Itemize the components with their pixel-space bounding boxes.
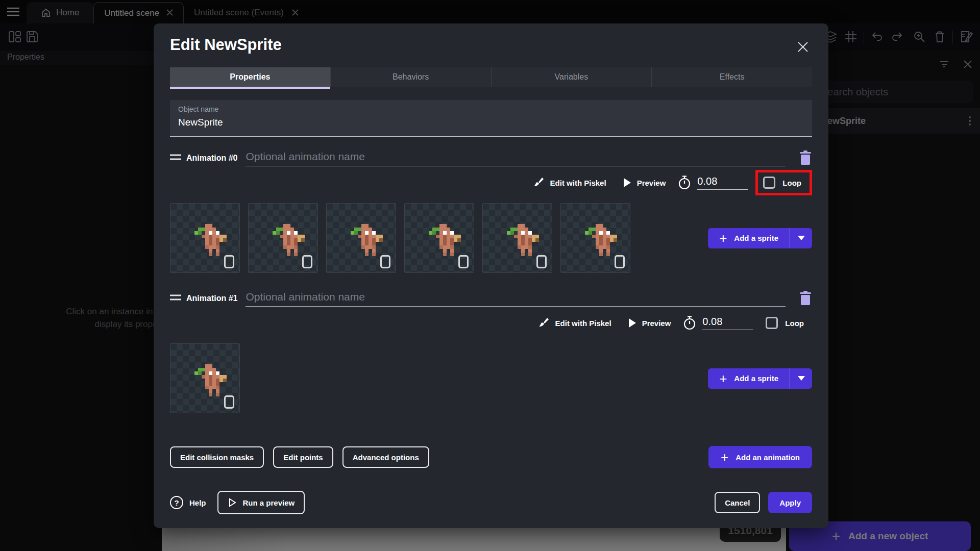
preview-label: Preview bbox=[637, 179, 666, 187]
cancel-button[interactable]: Cancel bbox=[715, 492, 760, 513]
tab-behaviors[interactable]: Behaviors bbox=[331, 67, 492, 87]
sprite-frame-thumbnail[interactable] bbox=[248, 203, 318, 273]
object-name-field[interactable]: Object name NewSprite bbox=[170, 100, 812, 137]
trash-icon bbox=[799, 151, 812, 166]
animation-0-header: Animation #0 bbox=[170, 147, 812, 169]
add-sprite-dropdown-button[interactable] bbox=[790, 228, 812, 248]
chevron-down-icon bbox=[798, 376, 805, 381]
advanced-options-button[interactable]: Advanced options bbox=[342, 446, 429, 468]
help-label: Help bbox=[189, 498, 206, 507]
time-between-frames-field bbox=[683, 316, 753, 330]
stopwatch-icon bbox=[683, 316, 696, 330]
edit-collision-masks-button[interactable]: Edit collision masks bbox=[170, 446, 264, 468]
add-sprite-button[interactable]: + Add a sprite bbox=[708, 368, 812, 389]
edit-points-button[interactable]: Edit points bbox=[273, 446, 333, 468]
add-animation-label: Add an animation bbox=[736, 453, 800, 462]
frame-select-checkbox[interactable] bbox=[458, 255, 469, 268]
sprite-image bbox=[191, 364, 194, 368]
edit-with-piskel-label: Edit with Piskel bbox=[555, 319, 611, 328]
dialog-secondary-actions: Edit collision masks Edit points Advance… bbox=[170, 446, 812, 468]
chevron-down-icon bbox=[798, 236, 805, 240]
sprite-frame-thumbnail[interactable] bbox=[170, 203, 240, 273]
sprite-frame-thumbnail[interactable] bbox=[482, 203, 552, 273]
play-icon bbox=[629, 318, 636, 328]
preview-button[interactable]: Preview bbox=[624, 318, 676, 328]
loop-checkbox[interactable] bbox=[763, 177, 775, 189]
delete-animation-0-button[interactable] bbox=[799, 151, 812, 166]
animation-0-frames-row: + Add a sprite bbox=[170, 203, 812, 273]
loop-option-highlighted: Loop bbox=[755, 170, 812, 195]
tab-variables[interactable]: Variables bbox=[492, 67, 652, 87]
animation-0-label: Animation #0 bbox=[186, 154, 237, 163]
animation-1-controls: Edit with Piskel Preview Loop bbox=[170, 310, 812, 336]
drag-handle-icon[interactable] bbox=[170, 154, 182, 163]
dialog-footer: ? Help Run a preview Cancel Apply bbox=[170, 491, 812, 514]
preview-button[interactable]: Preview bbox=[619, 178, 671, 187]
dialog-title: Edit NewSprite bbox=[170, 36, 812, 54]
animation-1-name-input[interactable] bbox=[246, 291, 786, 307]
animation-1-label: Animation #1 bbox=[186, 294, 237, 303]
tab-properties[interactable]: Properties bbox=[170, 67, 331, 87]
tab-effects[interactable]: Effects bbox=[652, 67, 812, 87]
add-sprite-label: Add a sprite bbox=[734, 374, 778, 383]
sprite-frame-thumbnail[interactable] bbox=[326, 203, 396, 273]
close-icon bbox=[796, 40, 810, 54]
animation-1-frames-row: + Add a sprite bbox=[170, 343, 812, 413]
frame-select-checkbox[interactable] bbox=[224, 255, 234, 268]
time-between-frames-field bbox=[678, 176, 748, 190]
plus-icon: + bbox=[721, 450, 728, 464]
object-name-value: NewSprite bbox=[178, 117, 804, 128]
close-dialog-button[interactable] bbox=[796, 40, 810, 54]
brush-icon bbox=[537, 317, 549, 329]
loop-label: Loop bbox=[785, 319, 804, 328]
sprite-image bbox=[347, 224, 351, 228]
frame-select-checkbox[interactable] bbox=[224, 395, 234, 409]
animation-0-controls: Edit with Piskel Preview Loop bbox=[170, 169, 812, 196]
brush-icon bbox=[532, 177, 544, 189]
trash-icon bbox=[799, 291, 812, 306]
play-outline-icon bbox=[228, 498, 237, 507]
edit-with-piskel-label: Edit with Piskel bbox=[550, 179, 606, 187]
delete-animation-1-button[interactable] bbox=[799, 291, 812, 306]
edit-sprite-dialog: Edit NewSprite Properties Behaviors Vari… bbox=[154, 23, 828, 528]
animation-0-name-input[interactable] bbox=[246, 151, 786, 166]
sprite-frame-thumbnail[interactable] bbox=[560, 203, 630, 273]
run-preview-button[interactable]: Run a preview bbox=[217, 491, 305, 514]
plus-icon: + bbox=[719, 232, 727, 245]
loop-checkbox[interactable] bbox=[766, 317, 778, 329]
plus-icon: + bbox=[719, 372, 727, 385]
sprite-frame-thumbnail[interactable] bbox=[404, 203, 474, 273]
sprite-image bbox=[191, 224, 194, 228]
sprite-frame-thumbnail[interactable] bbox=[170, 343, 240, 413]
frame-select-checkbox[interactable] bbox=[536, 255, 547, 268]
time-between-frames-input[interactable] bbox=[697, 176, 748, 190]
time-between-frames-input[interactable] bbox=[702, 316, 753, 330]
sprite-image bbox=[269, 224, 273, 228]
frame-list bbox=[170, 203, 630, 273]
edit-with-piskel-button[interactable]: Edit with Piskel bbox=[532, 317, 617, 329]
edit-with-piskel-button[interactable]: Edit with Piskel bbox=[527, 177, 611, 189]
sprite-image bbox=[581, 224, 585, 228]
frame-list bbox=[170, 343, 240, 413]
add-sprite-button[interactable]: + Add a sprite bbox=[708, 228, 812, 248]
frame-select-checkbox[interactable] bbox=[380, 255, 390, 268]
help-icon: ? bbox=[170, 496, 183, 509]
drag-handle-icon[interactable] bbox=[170, 294, 182, 303]
sprite-image bbox=[503, 224, 507, 228]
preview-label: Preview bbox=[642, 319, 671, 328]
play-icon bbox=[624, 178, 631, 187]
loop-option: Loop bbox=[761, 313, 812, 333]
add-sprite-label: Add a sprite bbox=[734, 234, 778, 242]
help-button[interactable]: ? Help bbox=[170, 496, 206, 509]
apply-button[interactable]: Apply bbox=[768, 492, 812, 513]
loop-label: Loop bbox=[782, 179, 801, 187]
frame-select-checkbox[interactable] bbox=[302, 255, 312, 268]
object-name-label: Object name bbox=[178, 105, 804, 113]
add-sprite-dropdown-button[interactable] bbox=[790, 368, 812, 389]
stopwatch-icon bbox=[678, 176, 691, 190]
animation-1-header: Animation #1 bbox=[170, 287, 812, 310]
add-animation-button[interactable]: + Add an animation bbox=[708, 446, 812, 468]
sprite-image bbox=[425, 224, 429, 228]
frame-select-checkbox[interactable] bbox=[615, 255, 625, 268]
dialog-tab-bar: Properties Behaviors Variables Effects bbox=[170, 67, 812, 87]
